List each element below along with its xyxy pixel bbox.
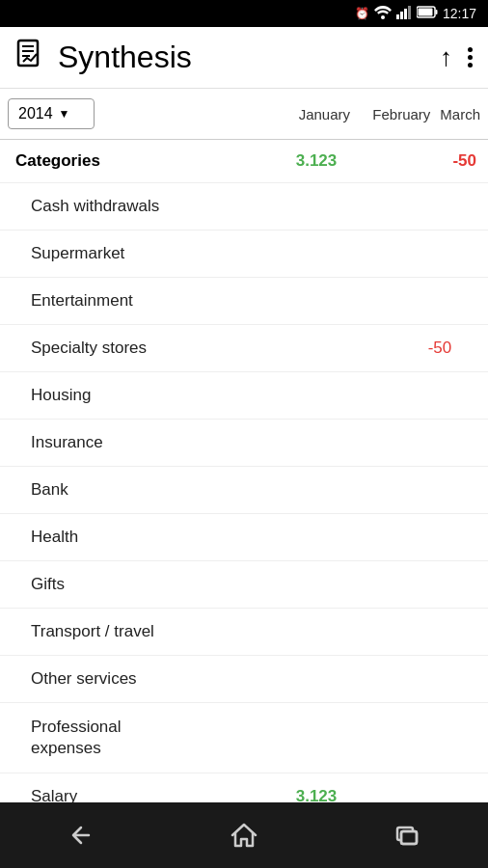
time-display: 12:17 — [443, 6, 476, 21]
svg-rect-3 — [404, 9, 407, 19]
col-header-march: March — [440, 106, 480, 122]
year-dropdown[interactable]: 2014 ▼ — [8, 98, 95, 129]
categories-label: Categories — [15, 151, 278, 171]
list-item: Professionalexpenses — [0, 703, 488, 773]
salary-january-value: 3.123 — [278, 787, 355, 802]
svg-point-0 — [381, 15, 385, 19]
svg-rect-2 — [400, 12, 403, 19]
wifi-icon — [374, 6, 392, 22]
back-button[interactable] — [52, 816, 110, 854]
row-label-insurance: Insurance — [31, 433, 480, 452]
categories-header-row: Categories 3.123 -50 — [0, 140, 488, 183]
row-label-other-services: Other services — [31, 669, 480, 689]
list-item: Transport / travel — [0, 609, 488, 656]
status-bar: ⏰ 12:17 — [0, 0, 488, 27]
content-area: Categories 3.123 -50 Cash withdrawals Su… — [0, 140, 488, 802]
col-header-february: February — [363, 106, 440, 122]
signal-icon — [396, 6, 412, 22]
list-item: Gifts — [0, 561, 488, 609]
row-label-gifts: Gifts — [31, 575, 480, 594]
row-label-entertainment: Entertainment — [31, 291, 480, 311]
list-item: Entertainment — [0, 278, 488, 325]
header-left: Synthesis — [15, 39, 440, 76]
list-item: Cash withdrawals — [0, 183, 488, 231]
svg-rect-6 — [435, 10, 437, 14]
list-item: Supermarket — [0, 231, 488, 278]
categories-january-value: 3.123 — [278, 151, 355, 171]
list-item: Housing — [0, 372, 488, 420]
row-label-health: Health — [31, 528, 480, 547]
svg-rect-7 — [418, 9, 432, 16]
app-header: Synthesis ↑ — [0, 27, 488, 89]
alarm-icon: ⏰ — [355, 7, 369, 20]
app-icon — [15, 39, 46, 76]
list-item: Other services — [0, 656, 488, 703]
list-item: Health — [0, 514, 488, 561]
list-item: Insurance — [0, 420, 488, 467]
page-title: Synthesis — [58, 40, 192, 75]
dropdown-arrow-icon: ▼ — [59, 107, 70, 121]
upload-button[interactable]: ↑ — [440, 42, 452, 72]
row-label-transport: Transport / travel — [31, 622, 480, 641]
bottom-navigation — [0, 802, 488, 868]
list-item: Bank — [0, 467, 488, 514]
row-label-bank: Bank — [31, 480, 480, 500]
row-label-professional: Professionalexpenses — [31, 717, 480, 759]
column-headers: January February March — [95, 106, 488, 122]
svg-rect-4 — [408, 6, 411, 19]
row-label-housing: Housing — [31, 386, 480, 405]
header-actions: ↑ — [440, 42, 473, 72]
overflow-menu-button[interactable] — [468, 47, 473, 68]
categories-march-value: -50 — [432, 151, 480, 171]
row-label-specialty: Specialty stores — [31, 339, 403, 358]
col-header-january: January — [285, 106, 363, 122]
list-item: Salary 3.123 — [0, 773, 488, 802]
table-header-row: 2014 ▼ January February March — [0, 89, 488, 140]
row-label-salary: Salary — [31, 787, 278, 802]
home-button[interactable] — [215, 816, 273, 854]
specialty-march-value: -50 — [403, 339, 480, 358]
svg-rect-8 — [18, 41, 38, 66]
battery-icon — [417, 6, 438, 21]
row-label-supermarket: Supermarket — [31, 244, 480, 263]
svg-rect-1 — [396, 14, 399, 19]
status-icons: ⏰ 12:17 — [355, 6, 476, 22]
row-label-cash: Cash withdrawals — [31, 197, 480, 216]
svg-rect-10 — [401, 831, 417, 844]
recent-apps-button[interactable] — [378, 816, 436, 854]
list-item: Specialty stores -50 — [0, 325, 488, 372]
year-value: 2014 — [18, 105, 53, 122]
